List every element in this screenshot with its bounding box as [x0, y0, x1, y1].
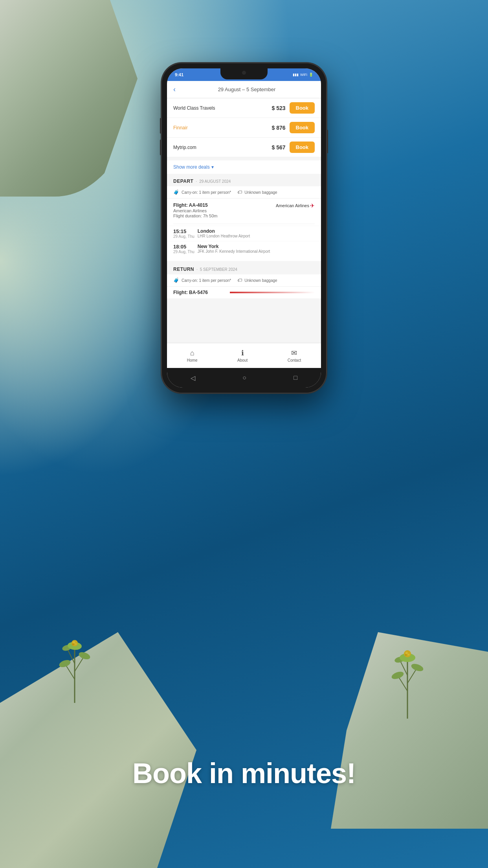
carry-on-icon: 🧳	[173, 189, 179, 195]
booking-row-3: Mytrip.com $ 567 Book	[167, 138, 321, 157]
return-flight-number: Flight: BA-5476	[173, 290, 227, 295]
return-unknown-baggage: 🏷 Unknown baggage	[237, 278, 277, 283]
bottom-navigation: ⌂ Home ℹ About ✉ Contact	[167, 343, 321, 368]
price-2: $ 876	[272, 125, 285, 131]
baggage-icon: 🏷	[237, 189, 242, 195]
plant-left	[59, 624, 90, 703]
depart-baggage-bar: 🧳 Carry-on: 1 item per person* 🏷 Unknown…	[167, 186, 321, 199]
flight-divider-1	[173, 224, 315, 224]
plant-right	[390, 632, 425, 719]
home-android-button[interactable]: ○	[242, 374, 246, 381]
status-time: 9:41	[175, 72, 183, 77]
nav-title: 29 August – 5 September	[179, 86, 315, 92]
departure-row: 15:15 29 Aug, Thu London LHR London Heat…	[167, 226, 321, 241]
nav-item-about[interactable]: ℹ About	[229, 347, 255, 364]
volume-down-button	[160, 140, 161, 155]
android-nav-bar: ◁ ○ □	[167, 368, 321, 388]
chevron-down-icon: ▾	[211, 164, 214, 170]
british-airways-logo-partial	[230, 292, 315, 293]
depart-flight-card: 🧳 Carry-on: 1 item per person* 🏷 Unknown…	[167, 186, 321, 261]
svg-point-4	[59, 658, 72, 668]
aa-logo-symbol: ✈	[310, 202, 315, 209]
svg-point-10	[75, 643, 77, 645]
back-button[interactable]: ‹	[173, 85, 176, 94]
nav-item-contact[interactable]: ✉ Contact	[280, 347, 309, 364]
return-carry-on-info: 🧳 Carry-on: 1 item per person*	[173, 278, 231, 283]
depart-title: DEPART	[173, 178, 193, 184]
return-carry-on-icon: 🧳	[173, 278, 179, 283]
svg-point-11	[72, 644, 74, 645]
departure-location: London LHR London Heathrow Airport	[198, 228, 315, 238]
return-title: RETURN	[173, 267, 194, 272]
nav-item-home[interactable]: ⌂ Home	[179, 348, 205, 364]
battery-icon: 🔋	[309, 73, 313, 77]
arrival-airport: JFK John F. Kennedy International Airpor…	[198, 249, 315, 254]
about-icon: ℹ	[241, 349, 244, 357]
tagline-section: Book in minutes!	[132, 757, 356, 789]
arrival-time-block: 18:05 29 Aug, Thu	[173, 244, 194, 254]
show-more-label: Show more deals	[173, 164, 210, 170]
svg-point-9	[73, 641, 75, 644]
book-button-2[interactable]: Book	[290, 122, 315, 133]
carry-on-label: Carry-on: 1 item per person*	[182, 190, 231, 195]
phone-body: 9:41 ▮▮▮ WiFi 🔋 ‹ 29 August – 5 Septembe…	[161, 63, 327, 393]
book-button-1[interactable]: Book	[290, 102, 315, 114]
price-3: $ 567	[272, 144, 285, 151]
depart-airline: American Airlines	[173, 208, 276, 213]
depart-flight-info: Flight: AA-4015 American Airlines Flight…	[173, 202, 276, 218]
arrival-time: 18:05	[173, 244, 194, 250]
svg-point-23	[405, 654, 407, 656]
return-flight-info: Flight: BA-5476	[173, 290, 227, 295]
arrival-date: 29 Aug, Thu	[173, 250, 194, 254]
arrival-row: 18:05 29 Aug, Thu New York JFK John F. K…	[167, 241, 321, 256]
camera-dot	[242, 71, 246, 75]
booking-options-section: World Class Travels $ 523 Book Finnair $…	[167, 98, 321, 157]
return-unknown-label: Unknown baggage	[244, 278, 277, 283]
phone-screen: 9:41 ▮▮▮ WiFi 🔋 ‹ 29 August – 5 Septembe…	[167, 68, 321, 388]
depart-flight-number: Flight: AA-4015	[173, 202, 276, 208]
aa-logo-text: American Airlines	[276, 203, 309, 208]
depart-date: 29 AUGUST 2024	[199, 179, 231, 184]
return-baggage-icon: 🏷	[237, 278, 242, 283]
depart-dot: ·	[196, 179, 197, 184]
return-baggage-bar: 🧳 Carry-on: 1 item per person* 🏷 Unknown…	[167, 274, 321, 287]
return-section-header: RETURN · 5 SEPTEMBER 2024	[167, 262, 321, 274]
american-airlines-logo: American Airlines ✈	[276, 202, 315, 209]
recents-android-button[interactable]: □	[294, 374, 297, 381]
departure-date: 29 Aug, Thu	[173, 234, 194, 239]
home-icon: ⌂	[190, 349, 194, 357]
contact-icon: ✉	[291, 349, 297, 357]
show-more-deals[interactable]: Show more deals ▾	[167, 160, 321, 174]
return-carry-on-label: Carry-on: 1 item per person*	[182, 278, 231, 283]
departure-city: London	[198, 228, 315, 234]
price-1: $ 523	[272, 105, 285, 111]
about-label: About	[237, 358, 248, 362]
volume-up-button	[160, 118, 161, 134]
unknown-baggage-info: 🏷 Unknown baggage	[237, 189, 277, 195]
booking-row-2: Finnair $ 876 Book	[167, 118, 321, 138]
home-label: Home	[187, 358, 198, 362]
back-android-button[interactable]: ◁	[191, 374, 195, 382]
notch	[220, 68, 268, 79]
tagline-text: Book in minutes!	[132, 758, 356, 789]
departure-time-block: 15:15 29 Aug, Thu	[173, 228, 194, 239]
phone-frame: 9:41 ▮▮▮ WiFi 🔋 ‹ 29 August – 5 Septembe…	[161, 63, 327, 393]
svg-point-16	[391, 670, 405, 680]
departure-time: 15:15	[173, 228, 194, 234]
spacer-1	[167, 256, 321, 261]
book-button-3[interactable]: Book	[290, 142, 315, 153]
depart-section-header: DEPART · 29 AUGUST 2024	[167, 174, 321, 186]
svg-point-22	[408, 654, 410, 656]
status-icons: ▮▮▮ WiFi 🔋	[293, 73, 313, 77]
svg-point-5	[78, 651, 90, 660]
nav-header: ‹ 29 August – 5 September	[167, 81, 321, 98]
provider-1: World Class Travels	[173, 105, 272, 111]
return-flight-card: 🧳 Carry-on: 1 item per person* 🏷 Unknown…	[167, 274, 321, 298]
return-flight-header: Flight: BA-5476	[167, 287, 321, 298]
depart-flight-header: Flight: AA-4015 American Airlines Flight…	[167, 199, 321, 222]
return-date: 5 SEPTEMBER 2024	[200, 267, 237, 272]
carry-on-info: 🧳 Carry-on: 1 item per person*	[173, 189, 231, 195]
content-area[interactable]: World Class Travels $ 523 Book Finnair $…	[167, 98, 321, 343]
power-button	[327, 130, 328, 153]
arrival-city: New York	[198, 244, 315, 249]
